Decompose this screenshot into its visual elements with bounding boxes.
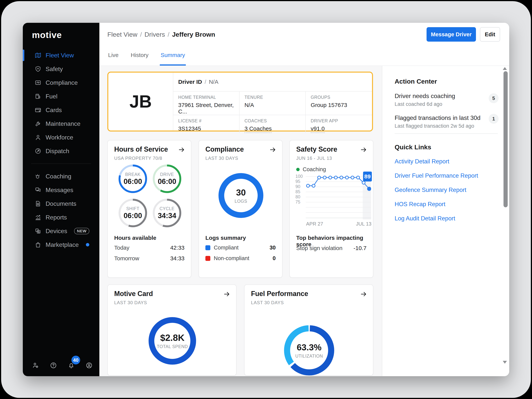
quick-links-title: Quick Links bbox=[395, 143, 431, 151]
logs-summary-title: Logs summary bbox=[205, 235, 246, 241]
sidebar-item-coaching[interactable]: Coaching bbox=[23, 170, 99, 183]
card-subtitle: JUN 16 - JUL 13 bbox=[296, 156, 332, 161]
shift-ring: SHIFT 06:00 bbox=[119, 199, 147, 227]
edit-button[interactable]: Edit bbox=[480, 27, 500, 42]
x-axis-start-label: APR 27 bbox=[306, 221, 323, 227]
card-subtitle: USA PROPERTY 70/8 bbox=[114, 156, 162, 161]
driver-id-row: Driver ID / N/A bbox=[173, 73, 372, 92]
action-item-coaching[interactable]: Driver needs coaching Last coached 6d ag… bbox=[395, 93, 492, 107]
driver-profile-card: JB Driver ID / N/A HOME TERMINAL 37961 S… bbox=[107, 72, 373, 132]
arrow-right-icon bbox=[269, 146, 276, 153]
sidebar-item-safety[interactable]: Safety bbox=[23, 62, 99, 76]
safety-score-chart: 100 95 90 85 80 75 89 APR 27 JUL 13 bbox=[294, 173, 371, 228]
sidebar-item-cards[interactable]: Cards bbox=[23, 103, 99, 117]
admin-settings-button[interactable] bbox=[32, 362, 39, 369]
coaching-count-badge[interactable]: 5 bbox=[489, 93, 499, 103]
open-compliance-arrow[interactable] bbox=[269, 146, 276, 153]
help-icon bbox=[50, 362, 57, 369]
sidebar-item-label: Maintenance bbox=[46, 120, 80, 127]
link-activity-detail-report[interactable]: Activity Detail Report bbox=[395, 158, 449, 165]
safety-score-card: Safety Score JUN 16 - JUL 13 Coaching 10… bbox=[289, 140, 373, 278]
card-title: Motive Card bbox=[114, 290, 153, 298]
sidebar-item-marketplace[interactable]: Marketplace bbox=[23, 238, 99, 252]
sidebar-item-compliance[interactable]: Compliance bbox=[23, 76, 99, 89]
chart-legend: Coaching bbox=[296, 166, 326, 172]
sidebar-item-maintenance[interactable]: Maintenance bbox=[23, 117, 99, 131]
sidebar-item-fleet-view[interactable]: Fleet View bbox=[23, 48, 99, 62]
breadcrumb-fleet-view[interactable]: Fleet View bbox=[107, 31, 137, 38]
document-icon bbox=[35, 200, 41, 207]
field-coaches: COACHES 3 Coaches bbox=[240, 115, 306, 133]
breadcrumb-separator: / bbox=[168, 31, 169, 38]
tab-live[interactable]: Live bbox=[107, 52, 119, 66]
page-header: Fleet View / Drivers / Jeffery Brown Liv… bbox=[99, 23, 509, 66]
x-axis-end-label: JUL 13 bbox=[356, 221, 371, 227]
sidebar-item-documents[interactable]: Documents bbox=[23, 197, 99, 210]
dispatch-icon bbox=[35, 148, 41, 154]
flagged-count-badge[interactable]: 1 bbox=[489, 114, 499, 124]
drive-ring: DRIVE 06:00 bbox=[153, 165, 181, 193]
content-area: JB Driver ID / N/A HOME TERMINAL 37961 S… bbox=[99, 66, 382, 376]
link-geofence-summary-report[interactable]: Geofence Summary Report bbox=[395, 187, 466, 193]
scrollbar-down-arrow[interactable] bbox=[503, 361, 507, 364]
sidebar-item-dispatch[interactable]: Dispatch bbox=[23, 144, 99, 158]
page-title: Jeffery Brown bbox=[172, 31, 215, 38]
break-ring: BREAK 06:00 bbox=[119, 165, 147, 193]
scrollbar-up-arrow[interactable] bbox=[503, 67, 507, 70]
compliant-swatch bbox=[205, 245, 210, 250]
fuel-performance-card: Fuel Performance LAST 30 DAYS 63.3% UTIL… bbox=[244, 285, 373, 376]
field-groups: GROUPS Group 157673 bbox=[306, 92, 372, 115]
tab-summary[interactable]: Summary bbox=[160, 52, 186, 66]
link-driver-fuel-performance-report[interactable]: Driver Fuel Performance Report bbox=[395, 172, 478, 179]
bar-chart-icon bbox=[35, 214, 41, 221]
app-window: motive Fleet View Safety Compliance Fuel bbox=[23, 23, 509, 376]
open-safety-score-arrow[interactable] bbox=[360, 146, 367, 153]
link-log-audit-detail-report[interactable]: Log Audit Detail Report bbox=[395, 215, 455, 222]
sidebar-divider bbox=[31, 164, 91, 164]
notifications-button[interactable]: 40 bbox=[68, 362, 75, 369]
tab-history[interactable]: History bbox=[130, 52, 149, 66]
sidebar-item-workforce[interactable]: Workforce bbox=[23, 131, 99, 144]
sidebar-item-devices[interactable]: Devices NEW bbox=[23, 224, 99, 238]
help-button[interactable] bbox=[50, 362, 57, 369]
link-hos-recap-report[interactable]: HOS Recap Report bbox=[395, 201, 445, 208]
current-score-badge: 89 bbox=[363, 171, 372, 181]
sidebar-footer: 40 bbox=[23, 362, 93, 369]
notification-dot bbox=[86, 243, 89, 247]
card-title: Safety Score bbox=[296, 145, 337, 153]
active-indicator bbox=[23, 50, 24, 61]
open-hours-of-service-arrow[interactable] bbox=[178, 146, 185, 153]
utilization-donut: 63.3% UTILIZATION bbox=[284, 325, 334, 375]
sidebar-item-label: Documents bbox=[46, 200, 76, 207]
chat-bubbles-icon bbox=[35, 187, 41, 193]
open-fuel-performance-arrow[interactable] bbox=[360, 291, 367, 298]
tab-bar: Live History Summary bbox=[107, 52, 186, 66]
sidebar-item-reports[interactable]: Reports bbox=[23, 210, 99, 224]
whistle-icon bbox=[35, 173, 41, 180]
account-icon bbox=[86, 362, 93, 369]
sidebar-item-messages[interactable]: Messages bbox=[23, 183, 99, 197]
sidebar-item-label: Messages bbox=[46, 187, 73, 194]
motive-logo: motive bbox=[32, 30, 99, 40]
account-button[interactable] bbox=[86, 362, 93, 369]
field-driver-app: DRIVER APP v91.0 bbox=[306, 115, 372, 133]
sidebar-item-fuel[interactable]: Fuel bbox=[23, 89, 99, 103]
driver-id-separator: / bbox=[205, 79, 206, 85]
new-badge: NEW bbox=[74, 228, 89, 234]
person-icon bbox=[35, 134, 41, 141]
notification-count-badge[interactable]: 40 bbox=[71, 356, 80, 364]
sidebar-item-label: Coaching bbox=[46, 173, 71, 180]
driver-fields-grid: HOME TERMINAL 37961 Street, Denver, C...… bbox=[173, 92, 372, 131]
map-icon bbox=[35, 52, 41, 59]
field-tenure: TENURE N/A bbox=[240, 92, 306, 115]
hours-of-service-card: Hours of Service USA PROPERTY 70/8 BREAK… bbox=[107, 140, 191, 278]
scrollbar-thumb[interactable] bbox=[504, 71, 508, 207]
action-item-flagged-transactions[interactable]: Flagged transactions in last 30d Last fl… bbox=[395, 114, 492, 129]
driver-id-value: N/A bbox=[209, 79, 218, 85]
breadcrumb-drivers[interactable]: Drivers bbox=[145, 31, 165, 38]
card-subtitle: LAST 30 DAYS bbox=[114, 300, 147, 305]
card-title: Fuel Performance bbox=[251, 290, 308, 298]
open-motive-card-arrow[interactable] bbox=[223, 291, 230, 298]
arrow-right-icon bbox=[178, 146, 185, 153]
message-driver-button[interactable]: Message Driver bbox=[427, 27, 476, 42]
